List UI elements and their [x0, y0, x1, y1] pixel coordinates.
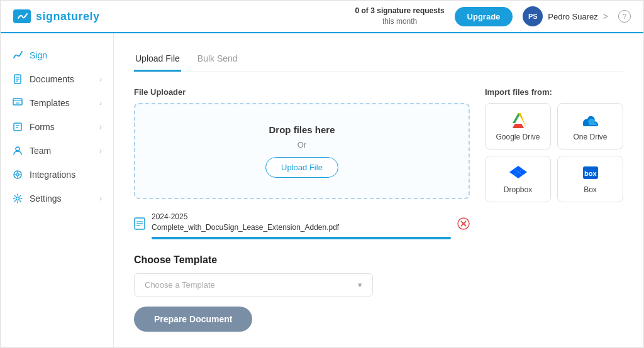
tab-upload-file[interactable]: Upload File — [134, 48, 181, 72]
chevron-icon-forms: › — [99, 123, 102, 131]
import-label: Import files from: — [485, 87, 623, 97]
sidebar-item-label-settings: Settings — [30, 193, 62, 204]
svg-point-13 — [16, 173, 19, 176]
google-drive-label: Google Drive — [496, 133, 540, 141]
avatar: PS — [523, 6, 543, 26]
template-select-dropdown[interactable]: Choose a Template ▾ — [134, 273, 373, 296]
file-name: 2024-2025 Complete_with_DocuSign_Lease_E… — [152, 212, 451, 233]
settings-icon — [12, 193, 23, 204]
app-container: signaturely 0 of 3 signature requests th… — [0, 0, 644, 348]
sidebar-item-label-documents: Documents — [30, 74, 74, 84]
file-uploader-label: File Uploader — [134, 87, 470, 97]
user-chevron[interactable]: > — [603, 11, 608, 21]
dropbox-label: Dropbox — [504, 185, 532, 194]
main-content: Upload File Bulk Send File Uploader Drop… — [114, 33, 643, 347]
logo-text: signaturely — [36, 10, 100, 23]
sidebar-item-forms[interactable]: Forms › — [1, 115, 113, 139]
import-section: Import files from: Google Drive — [485, 87, 623, 332]
signature-count: 0 of 3 signature requests this month — [355, 6, 445, 27]
choose-template-title: Choose Template — [134, 254, 470, 266]
import-google-drive[interactable]: Google Drive — [485, 103, 551, 150]
forms-icon — [12, 121, 23, 133]
logo-icon — [13, 9, 31, 23]
svg-point-11 — [16, 147, 19, 151]
upgrade-button[interactable]: Upgrade — [455, 7, 513, 26]
sidebar-item-settings[interactable]: Settings › — [1, 187, 113, 210]
sidebar: Sign Documents › Templates — [1, 33, 114, 347]
sidebar-item-team[interactable]: Team › — [1, 139, 113, 163]
user-name: Pedro Suarez — [548, 12, 598, 21]
user-info: PS Pedro Suarez > — [523, 6, 608, 26]
chevron-icon-team: › — [99, 147, 102, 155]
drop-text: Drop files here — [269, 124, 335, 135]
sidebar-item-label-templates: Templates — [30, 98, 70, 108]
box-label: Box — [584, 185, 597, 194]
sidebar-item-documents[interactable]: Documents › — [1, 67, 113, 91]
sidebar-item-sign[interactable]: Sign — [1, 43, 113, 67]
uploaded-file-item: 2024-2025 Complete_with_DocuSign_Lease_E… — [134, 209, 470, 242]
file-info: 2024-2025 Complete_with_DocuSign_Lease_E… — [152, 212, 451, 239]
progress-bar — [152, 237, 451, 239]
chevron-icon-templates: › — [99, 99, 102, 107]
template-select-chevron: ▾ — [358, 280, 362, 290]
sidebar-item-label-forms: Forms — [30, 122, 55, 132]
svg-rect-8 — [14, 123, 21, 131]
templates-icon — [12, 97, 23, 109]
template-select-placeholder: Choose a Template — [145, 280, 215, 290]
body: Sign Documents › Templates — [1, 33, 643, 347]
tabs: Upload File Bulk Send — [134, 48, 623, 72]
header-right: 0 of 3 signature requests this month Upg… — [355, 6, 631, 27]
team-icon — [12, 145, 23, 156]
upload-file-button[interactable]: Upload File — [265, 157, 338, 178]
file-uploader-section: File Uploader Drop files here Or Upload … — [134, 87, 470, 332]
sidebar-item-templates[interactable]: Templates › — [1, 91, 113, 115]
documents-icon — [12, 73, 23, 85]
or-text: Or — [297, 140, 306, 150]
one-drive-label: One Drive — [573, 133, 607, 141]
import-box[interactable]: box Box — [557, 156, 623, 202]
import-dropbox[interactable]: Dropbox — [485, 156, 551, 202]
integrations-icon — [12, 169, 23, 180]
sidebar-item-label-sign: Sign — [30, 50, 47, 60]
help-icon[interactable]: ? — [618, 10, 631, 23]
import-grid: Google Drive One Drive — [485, 103, 623, 202]
svg-text:box: box — [584, 170, 597, 177]
drop-zone[interactable]: Drop files here Or Upload File — [134, 103, 470, 199]
sign-icon — [12, 50, 23, 61]
remove-file-button[interactable] — [457, 217, 470, 233]
progress-bar-wrap — [152, 237, 451, 239]
sidebar-item-integrations[interactable]: Integrations — [1, 163, 113, 187]
content-grid: File Uploader Drop files here Or Upload … — [134, 87, 623, 332]
svg-rect-5 — [13, 99, 22, 105]
tab-bulk-send[interactable]: Bulk Send — [196, 48, 239, 72]
svg-marker-29 — [513, 124, 524, 128]
import-one-drive[interactable]: One Drive — [557, 103, 623, 150]
sidebar-item-label-team: Team — [30, 146, 51, 156]
header: signaturely 0 of 3 signature requests th… — [1, 1, 643, 33]
chevron-icon-settings: › — [99, 195, 102, 202]
logo: signaturely — [13, 9, 100, 23]
sidebar-item-label-integrations: Integrations — [30, 170, 75, 180]
file-doc-icon — [134, 217, 145, 233]
prepare-document-button[interactable]: Prepare Document — [134, 307, 252, 332]
svg-point-18 — [16, 197, 19, 200]
template-section: Choose Template Choose a Template ▾ Prep… — [134, 254, 470, 332]
chevron-icon-documents: › — [99, 75, 102, 83]
